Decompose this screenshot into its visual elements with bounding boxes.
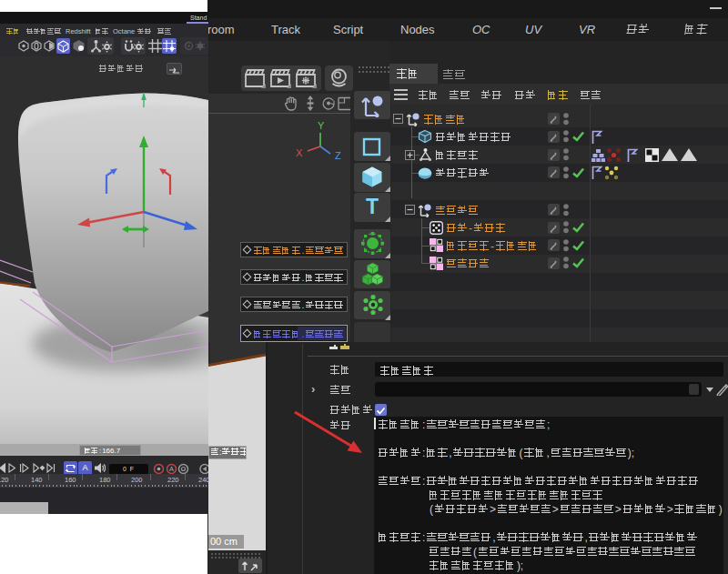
svg-text:A: A: [169, 465, 174, 473]
svg-text:X: X: [296, 147, 303, 158]
svg-text:Y: Y: [318, 120, 325, 131]
svg-text:Z: Z: [335, 150, 341, 161]
